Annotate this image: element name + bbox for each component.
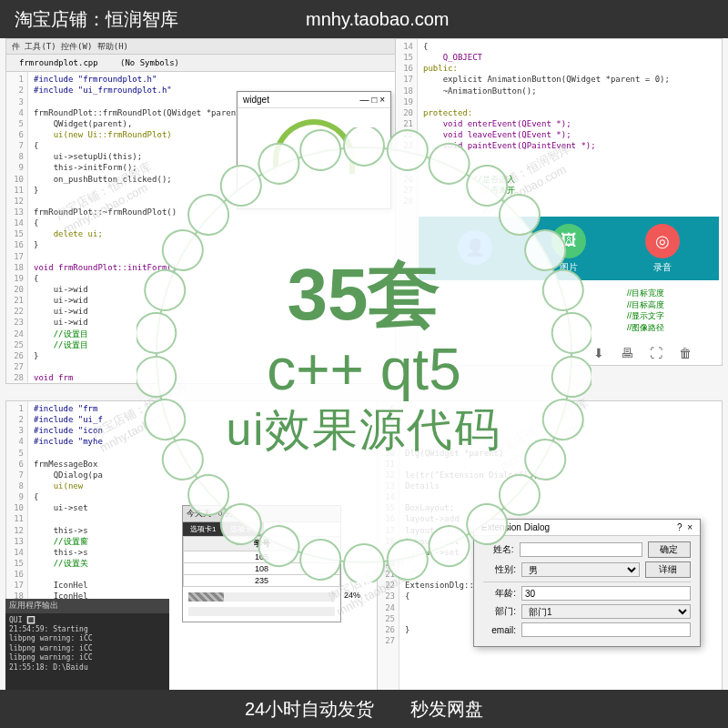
footer-bar: 24小时自动发货 秒发网盘	[0, 690, 728, 728]
record-icon: ◎	[645, 224, 680, 258]
age-label: 年龄:	[483, 587, 516, 600]
download-icon[interactable]: ⬇	[593, 346, 604, 360]
detail-button[interactable]: 详细	[645, 561, 691, 578]
header-bar: 淘宝店铺：恒润智库 mnhy.taobao.com	[0, 0, 728, 38]
age-field[interactable]	[521, 586, 691, 601]
output-title: 应用程序输出	[5, 599, 169, 613]
progress-bar: 24%	[188, 592, 335, 602]
toolbar-item-record[interactable]: ◎ 录音	[645, 224, 680, 274]
store-url: mnhy.taobao.com	[306, 9, 450, 30]
badge-line2: c++ qt5	[227, 337, 502, 404]
dept-label: 部门:	[483, 605, 516, 618]
tab-bar: frmroundplot.cpp ⟨No Symbols⟩	[6, 55, 405, 72]
email-field[interactable]	[521, 622, 691, 637]
badge-line3: ui效果源代码	[227, 404, 502, 457]
fullscreen-icon[interactable]: ⛶	[650, 346, 662, 360]
symbols: ⟨No Symbols⟩	[120, 58, 179, 67]
menu-bar: 件 工具(T) 控件(W) 帮助(H)	[6, 39, 405, 55]
line-gutter: 1234567891011121314151617181920212223242…	[6, 72, 28, 384]
file-tab: frmroundplot.cpp	[12, 56, 106, 69]
action-icon-row: ⬇ 🖶 ⛶ 🗑	[593, 346, 692, 360]
window-controls[interactable]: — □ ×	[360, 95, 385, 105]
footer-left: 24小时自动发货	[245, 697, 374, 722]
output-tab: QUI 🔳	[9, 616, 166, 625]
email-label: email:	[483, 625, 516, 635]
ok-button[interactable]: 确定	[648, 541, 691, 558]
help-icon[interactable]: ?	[677, 522, 682, 532]
promo-badge: 35套 c++ qt5 ui效果源代码	[136, 127, 592, 582]
comment-block: //目标宽度 //目标高度 //显示文字 //图像路径	[627, 288, 664, 333]
print-icon[interactable]: 🖶	[621, 346, 633, 360]
close-icon[interactable]: ×	[687, 522, 693, 532]
store-label: 淘宝店铺：恒润智库	[15, 7, 178, 32]
badge-line1: 35套	[227, 253, 502, 337]
footer-right: 秒发网盘	[410, 697, 483, 722]
progress-bar-2	[188, 607, 335, 616]
widget-title: widget	[243, 95, 269, 105]
dept-select[interactable]: 部门1	[521, 604, 691, 619]
trash-icon[interactable]: 🗑	[679, 346, 692, 360]
output-panel: 应用程序输出 QUI 🔳 21:54:59: Starting libpng w…	[5, 599, 169, 690]
